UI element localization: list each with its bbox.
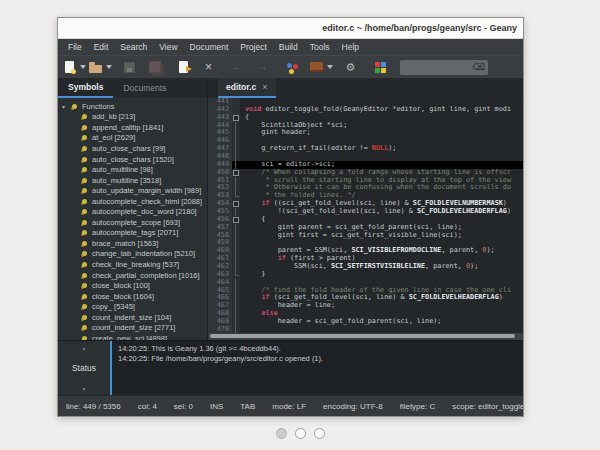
symbols-tree[interactable]: ▾Functionsadd_kb [213]append_calltip [18… [58,98,207,340]
search-input[interactable]: ⌫ [400,60,488,75]
fold-toggle-icon[interactable] [232,200,240,208]
code-editor[interactable]: 441442void editor_toggle_fold(GeanyEdito… [208,98,523,333]
code-line[interactable]: 454 if ((sci_get_fold_level(sci, line) &… [208,200,523,208]
fold-toggle-icon[interactable] [232,169,240,177]
clear-search-icon[interactable]: ⌫ [472,63,485,72]
carousel-dot-2[interactable] [295,428,306,439]
code-line[interactable]: 457 gint parent = sci_get_fold_parent(sc… [208,224,523,232]
window-titlebar[interactable]: editor.c ~ /home/ban/progs/geany/src - G… [58,18,523,39]
code-line[interactable]: 469 header = sci_get_fold_parent(sci, li… [208,318,523,326]
carousel-dot-1[interactable] [276,428,287,439]
code-line[interactable]: 455 !(sci_get_fold_level(sci, line) & SC… [208,208,523,216]
code-token: gint parent = sci_get_fold_parent(sci, l… [245,224,462,231]
symbol-item[interactable]: at_eol [2629] [58,133,207,144]
sidebar-tab-symbols[interactable]: Symbols [58,78,113,98]
code-line[interactable]: 448 [208,153,523,161]
symbol-item[interactable]: auto_update_margin_width [989] [58,185,207,196]
code-line[interactable]: 464 [208,279,523,287]
code-line[interactable]: 466 if (sci_get_fold_level(sci, line) & … [208,294,523,302]
menu-item-build[interactable]: Build [273,42,304,52]
color-chooser-button[interactable] [371,58,388,76]
build-button[interactable] [308,58,325,76]
symbol-item[interactable]: auto_close_chars [1520] [58,154,207,165]
code-line[interactable]: 449 sci = editor->sci; [208,161,523,169]
code-line[interactable]: 468 else [208,310,523,318]
compile-button[interactable] [283,58,300,76]
symbol-item[interactable]: autocomplete_scope [693] [58,217,207,228]
menu-item-tools[interactable]: Tools [304,42,336,52]
new-file-dropdown[interactable] [78,58,87,76]
code-line[interactable]: 441 [208,98,523,106]
menu-item-file[interactable]: File [62,42,88,52]
symbol-item[interactable]: add_kb [213] [58,112,207,123]
close-button[interactable]: × [200,58,217,76]
menu-item-document[interactable]: Document [184,42,235,52]
fold-toggle-icon[interactable] [232,114,240,122]
code-line[interactable]: 460 parent = SSM(sci, SCI_VISIBLEFROMDOC… [208,247,523,255]
code-line[interactable]: 445 gint header; [208,129,523,137]
tab-status[interactable]: Status [72,363,96,373]
code-line[interactable]: 447 g_return_if_fail(editor != NULL); [208,145,523,153]
code-line[interactable]: 461 if (first > parent) [208,255,523,263]
code-line[interactable]: 463 } [208,271,523,279]
carousel-dot-3[interactable] [314,428,325,439]
symbol-item[interactable]: autocomplete_check_html [2088] [58,196,207,207]
code-line[interactable]: 467 header = line; [208,302,523,310]
horizontal-scrollbar[interactable] [208,333,523,340]
symbol-item[interactable]: auto_multiline [98] [58,164,207,175]
sidebar-tab-documents[interactable]: Documents [113,78,176,98]
symbol-item[interactable]: close_block [1604] [58,291,207,302]
fold-toggle-icon[interactable] [232,216,240,224]
symbol-item[interactable]: append_calltip [1841] [58,122,207,133]
code-line[interactable]: 443{ [208,114,523,122]
symbol-item[interactable]: count_indent_size [2771] [58,322,207,333]
code-line[interactable]: 451 * scroll the starting line to displa… [208,177,523,185]
tab-editor-c[interactable]: editor.c × [218,78,276,98]
symbol-item[interactable]: check_line_breaking [537] [58,259,207,270]
symbol-item[interactable]: autocomplete_doc_word [2180] [58,206,207,217]
save-button[interactable] [121,58,138,76]
navigate-back-button[interactable]: ← [229,58,246,76]
symbol-item[interactable]: auto_multiline [3518] [58,175,207,186]
code-line[interactable]: 444 ScintillaObject *sci; [208,122,523,130]
code-line[interactable]: 462 SSM(sci, SCI_SETFIRSTVISIBLELINE, pa… [208,263,523,271]
code-line[interactable]: 470 [208,326,523,333]
menu-item-edit[interactable]: Edit [88,42,115,52]
open-file-dropdown[interactable] [104,58,113,76]
symbol-item[interactable]: auto_close_chars [99] [58,143,207,154]
save-all-button[interactable] [146,58,163,76]
symbol-item[interactable]: brace_match [1563] [58,238,207,249]
build-dropdown[interactable] [325,58,334,76]
open-file-button[interactable] [87,58,104,76]
tree-root-functions[interactable]: ▾Functions [58,101,207,112]
new-file-button[interactable] [61,58,78,76]
menu-item-search[interactable]: Search [114,42,153,52]
symbol-item[interactable]: change_tab_indentation [5210] [58,249,207,260]
symbol-item[interactable]: autocomplete_tags [2071] [58,228,207,239]
symbol-item[interactable]: check_partial_completion [1016] [58,270,207,281]
menu-item-view[interactable]: View [153,42,183,52]
revert-button[interactable] [175,58,192,76]
tab-close-icon[interactable]: × [262,82,267,92]
navigate-forward-button[interactable]: → [254,58,271,76]
code-line[interactable]: 458 gint first = sci_get_first_visible_l… [208,232,523,240]
execute-button[interactable]: ⚙ [342,58,359,76]
code-line[interactable]: 465 /* find the fold header of the given… [208,287,523,295]
code-line[interactable]: 456 { [208,216,523,224]
scroll-up-icon[interactable]: ▴ [82,344,85,351]
code-line[interactable]: 459 [208,239,523,247]
menu-item-project[interactable]: Project [234,42,272,52]
symbol-item[interactable]: count_indent_size [104] [58,312,207,323]
symbol-item[interactable]: create_new_sci [4898] [58,333,207,340]
code-line[interactable]: 453 * the folded lines. */ [208,192,523,200]
code-line[interactable]: 452 * Otherwise it can be confusing when… [208,184,523,192]
scrollbar-thumb[interactable] [210,334,515,338]
menu-item-help[interactable]: Help [336,42,365,52]
symbol-item[interactable]: close_block [100] [58,280,207,291]
code-line[interactable]: 442void editor_toggle_fold(GeanyEditor *… [208,106,523,114]
code-line[interactable]: 446 [208,137,523,145]
code-line[interactable]: 450 /* When collapsing a fold range whos… [208,169,523,177]
scroll-down-icon[interactable]: ▾ [82,385,85,392]
symbol-item[interactable]: copy_ [5345] [58,301,207,312]
expander-icon[interactable]: ▾ [62,103,70,110]
